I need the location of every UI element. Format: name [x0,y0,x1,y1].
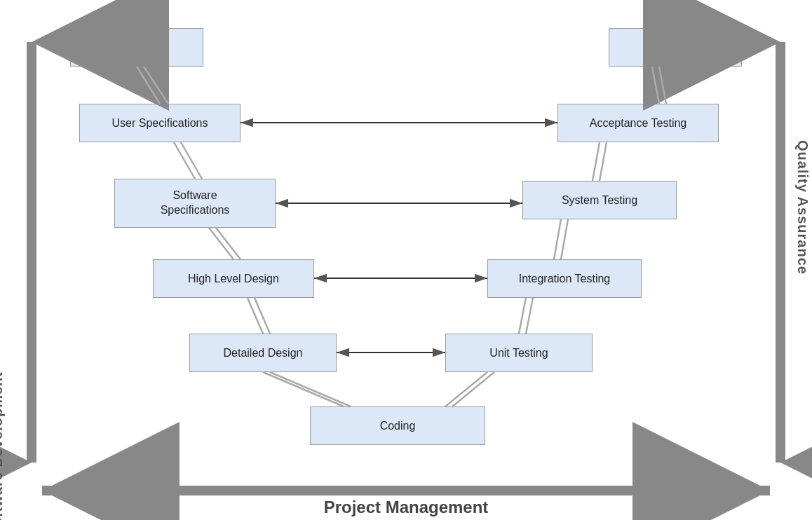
int-test-box: Integration Testing [487,259,642,298]
contract-box: Contract [70,28,203,67]
svg-line-22 [526,298,533,334]
svg-line-20 [452,372,494,406]
acceptance-box: Acceptance Testing [557,104,719,142]
svg-line-23 [554,219,561,259]
unit-test-box: Unit Testing [445,334,593,372]
svg-line-21 [519,298,526,334]
svg-line-13 [209,228,234,259]
system-test-box: System Testing [522,181,677,219]
svg-line-10 [144,67,168,104]
diagram-container: Contract Warranty User Specifications Ac… [0,0,812,520]
svg-line-28 [659,67,666,104]
hld-box: High Level Design [153,259,314,298]
svg-line-17 [263,372,344,406]
svg-line-18 [270,372,351,406]
sw-spec-box: SoftwareSpecifications [114,179,276,228]
svg-line-9 [137,67,160,104]
svg-line-26 [600,142,607,181]
svg-line-12 [181,142,202,179]
detail-design-box: Detailed Design [189,334,337,372]
svg-line-19 [445,372,487,406]
user-spec-box: User Specifications [79,104,241,142]
svg-line-11 [174,142,195,179]
quality-assurance-label: Quality Assurance [794,140,811,275]
svg-line-16 [255,298,270,334]
svg-line-27 [652,67,659,104]
coding-box: Coding [310,406,485,445]
svg-line-14 [216,228,241,259]
svg-line-25 [593,142,600,181]
svg-line-24 [561,219,568,259]
warranty-box: Warranty [609,28,742,67]
software-dev-label: Software Development [0,371,6,520]
svg-line-15 [248,298,263,334]
project-management-label: Project Management [324,498,489,517]
